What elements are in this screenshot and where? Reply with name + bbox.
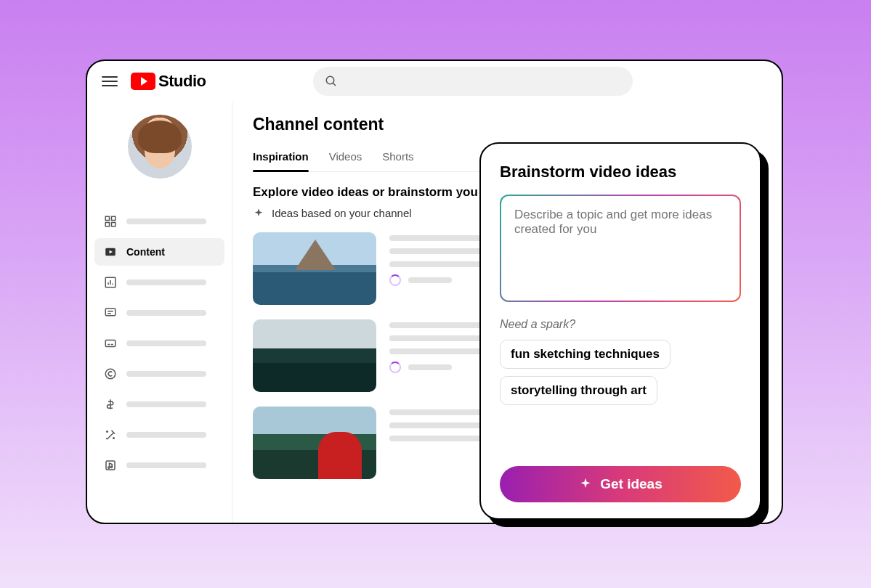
- dashboard-icon: [103, 214, 118, 229]
- prompt-input[interactable]: [514, 208, 726, 289]
- sidebar-item-customize[interactable]: [94, 421, 224, 449]
- comments-icon: [103, 306, 118, 320]
- page-title: Channel content: [253, 115, 761, 134]
- svg-rect-21: [106, 461, 115, 470]
- header: Studio: [87, 61, 782, 102]
- suggestion-chip[interactable]: storytelling through art: [500, 376, 657, 405]
- audio-icon: [103, 458, 118, 473]
- svg-point-19: [107, 431, 108, 433]
- sidebar-item-subtitles[interactable]: [94, 330, 224, 357]
- brand-text: Studio: [158, 72, 206, 91]
- svg-rect-15: [105, 340, 116, 347]
- avatar[interactable]: [128, 115, 192, 179]
- suggestion-chip[interactable]: fun sketching techniques: [500, 340, 671, 369]
- studio-logo[interactable]: Studio: [131, 72, 206, 91]
- earn-icon: [103, 397, 118, 412]
- chips: fun sketching techniques storytelling th…: [500, 340, 741, 405]
- customize-icon: [103, 428, 118, 442]
- search-input[interactable]: [313, 67, 633, 96]
- sidebar-item-label: Content: [126, 246, 165, 258]
- analytics-icon: [103, 275, 118, 290]
- loading-icon: [389, 362, 401, 373]
- idea-thumbnail: [253, 319, 376, 392]
- nav: Content: [87, 208, 232, 479]
- sidebar-item-earn[interactable]: [94, 391, 224, 418]
- sidebar-item-comments[interactable]: [94, 299, 224, 327]
- content-icon: [103, 245, 118, 259]
- prompt-box: [500, 195, 741, 302]
- sidebar-item-dashboard[interactable]: [94, 208, 224, 235]
- spark-label: Need a spark?: [500, 318, 741, 331]
- brainstorm-panel: Brainstorm video ideas Need a spark? fun…: [479, 142, 761, 520]
- search-icon: [325, 75, 338, 88]
- svg-rect-12: [105, 309, 116, 316]
- tab-videos[interactable]: Videos: [329, 144, 362, 171]
- svg-rect-5: [112, 223, 116, 226]
- tab-inspiration[interactable]: Inspiration: [253, 144, 309, 171]
- svg-rect-3: [112, 216, 116, 220]
- sidebar-item-audio[interactable]: [94, 452, 224, 479]
- subtitle-text: Ideas based on your channel: [272, 207, 412, 219]
- svg-rect-2: [105, 216, 109, 220]
- sparkle-icon: [253, 208, 264, 219]
- sparkle-icon: [578, 477, 593, 491]
- svg-point-20: [113, 438, 115, 439]
- cta-label: Get ideas: [600, 476, 663, 492]
- svg-rect-4: [105, 223, 109, 226]
- panel-title: Brainstorm video ideas: [500, 163, 741, 181]
- menu-icon[interactable]: [102, 73, 118, 89]
- idea-thumbnail: [253, 232, 376, 305]
- copyright-icon: [103, 367, 118, 381]
- tab-shorts[interactable]: Shorts: [382, 144, 413, 171]
- svg-point-0: [327, 76, 335, 84]
- get-ideas-button[interactable]: Get ideas: [500, 466, 741, 502]
- loading-icon: [389, 274, 401, 286]
- youtube-play-icon: [131, 73, 155, 90]
- svg-line-1: [333, 83, 336, 86]
- subtitles-icon: [103, 336, 118, 351]
- sidebar-item-copyright[interactable]: [94, 360, 224, 388]
- svg-point-18: [105, 369, 116, 379]
- sidebar: Content: [87, 102, 232, 523]
- sidebar-item-content[interactable]: Content: [94, 238, 224, 266]
- idea-thumbnail: [253, 407, 376, 479]
- sidebar-item-analytics[interactable]: [94, 269, 224, 296]
